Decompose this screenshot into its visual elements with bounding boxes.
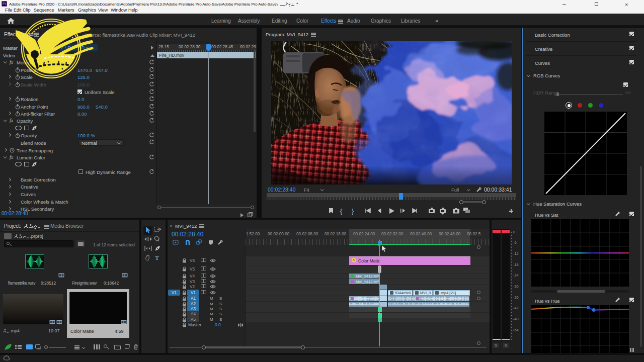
svg-text:}: } xyxy=(352,208,354,215)
svg-text:{: { xyxy=(340,208,342,215)
